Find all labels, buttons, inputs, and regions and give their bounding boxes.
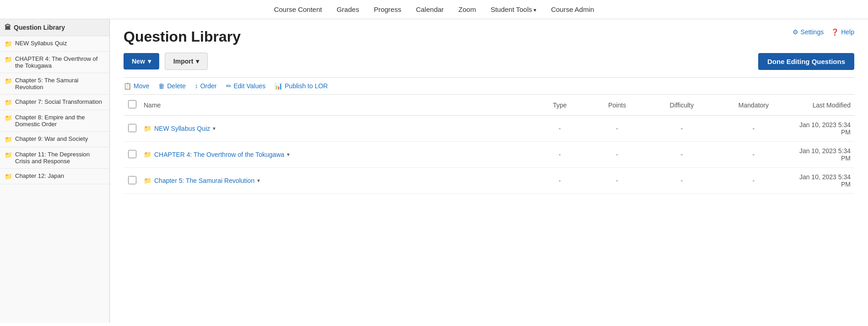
folder-icon-4: 📁 [5,114,12,122]
settings-link[interactable]: ⚙ Settings [793,28,824,36]
row-difficulty-1: - [646,142,717,168]
done-editing-label: Done Editing Questions [767,58,845,65]
row-checkbox-2[interactable] [128,176,136,184]
sidebar-item-chapter4[interactable]: 📁 CHAPTER 4: The Overthrow of the Tokuga… [0,52,109,73]
settings-label: Settings [801,28,824,36]
row-checkbox-0[interactable] [128,124,136,132]
row-difficulty-0: - [646,116,717,142]
sidebar-item-chapter11[interactable]: 📁 Chapter 11: The Depression Crisis and … [0,147,109,169]
row-last-modified-1: Jan 10, 2023 5:34 PM [790,142,854,168]
row-mandatory-0: - [717,116,789,142]
help-label: Help [841,28,854,36]
row-points-0: - [588,116,646,142]
sidebar-item-label-3: Chapter 7: Social Transformation [15,98,102,105]
order-label: Order [200,82,217,90]
row-last-modified-0: Jan 10, 2023 5:34 PM [790,116,854,142]
nav-course-admin[interactable]: Course Admin [551,5,594,13]
toolbar: New ▾ Import ▾ Done Editing Questions [124,53,854,70]
row-chevron-1[interactable]: ▾ [287,151,290,158]
new-dropdown-icon: ▾ [148,58,151,65]
row-name-2: Chapter 5: The Samurai Revolution [154,177,254,184]
nav-calendar[interactable]: Calendar [416,5,444,13]
question-table: Name Type Points Difficulty Mandatory La… [124,95,854,194]
col-header-name: Name [140,95,531,116]
table-header-row: Name Type Points Difficulty Mandatory La… [124,95,854,116]
import-dropdown-icon: ▾ [196,58,199,65]
gear-icon: ⚙ [793,28,798,36]
folder-icon-7: 📁 [5,173,12,180]
sidebar-item-label-2: Chapter 5: The Samurai Revolution [15,77,105,91]
col-header-difficulty: Difficulty [646,95,717,116]
nav-student-tools[interactable]: Student Tools [491,5,536,13]
row-mandatory-1: - [717,142,789,168]
order-link[interactable]: ↕ Order [195,82,217,90]
sidebar-item-chapter5[interactable]: 📁 Chapter 5: The Samurai Revolution [0,73,109,95]
table-row: 📁 CHAPTER 4: The Overthrow of the Tokuga… [124,142,854,168]
row-difficulty-2: - [646,168,717,194]
folder-icon-3: 📁 [5,99,12,106]
edit-values-label: Edit Values [234,82,266,90]
delete-label: Delete [167,82,185,90]
row-name-link-2[interactable]: 📁 Chapter 5: The Samurai Revolution ▾ [144,177,528,184]
sidebar-item-chapter9[interactable]: 📁 Chapter 9: War and Society [0,132,109,147]
table-row: 📁 NEW Syllabus Quiz ▾ - - - - Jan 10, 20… [124,116,854,142]
select-all-checkbox[interactable] [128,100,136,108]
nav-course-content[interactable]: Course Content [274,5,322,13]
sidebar: 🏛 Question Library 📁 NEW Syllabus Quiz 📁… [0,19,110,323]
done-editing-button[interactable]: Done Editing Questions [758,53,854,70]
sidebar-item-label-4: Chapter 8: Empire and the Domestic Order [15,114,105,128]
folder-icon-row-0: 📁 [144,125,151,132]
col-header-last-modified: Last Modified [790,95,854,116]
col-header-type: Type [531,95,588,116]
library-icon: 🏛 [5,24,11,31]
publish-to-lor-link[interactable]: 📊 Publish to LOR [275,82,328,90]
help-icon: ❓ [831,28,839,36]
edit-icon: ✏ [226,82,232,90]
sidebar-item-chapter8[interactable]: 📁 Chapter 8: Empire and the Domestic Ord… [0,110,109,132]
col-header-mandatory: Mandatory [717,95,789,116]
order-icon: ↕ [195,82,198,90]
folder-icon-0: 📁 [5,40,12,48]
new-button-label: New [132,58,145,65]
sidebar-item-label-0: NEW Syllabus Quiz [15,40,67,47]
row-chevron-0[interactable]: ▾ [213,125,216,132]
folder-icon-row-2: 📁 [144,177,151,184]
nav-grades[interactable]: Grades [337,5,359,13]
row-checkbox-1[interactable] [128,150,136,158]
delete-link[interactable]: 🗑 Delete [158,82,185,90]
header-actions: ⚙ Settings ❓ Help [793,28,854,36]
sidebar-item-new-syllabus-quiz[interactable]: 📁 NEW Syllabus Quiz [0,36,109,52]
folder-icon-6: 📁 [5,151,12,159]
row-points-2: - [588,168,646,194]
nav-progress[interactable]: Progress [374,5,401,13]
nav-zoom[interactable]: Zoom [458,5,476,13]
sidebar-item-chapter12[interactable]: 📁 Chapter 12: Japan [0,169,109,184]
folder-icon-2: 📁 [5,77,12,85]
row-chevron-2[interactable]: ▾ [257,177,260,184]
move-icon: 📋 [124,82,131,90]
delete-icon: 🗑 [158,82,165,90]
row-type-0: - [531,116,588,142]
edit-values-link[interactable]: ✏ Edit Values [226,82,266,90]
row-name-0: NEW Syllabus Quiz [154,125,210,132]
main-layout: 🏛 Question Library 📁 NEW Syllabus Quiz 📁… [0,19,868,323]
row-name-link-0[interactable]: 📁 NEW Syllabus Quiz ▾ [144,125,528,132]
sidebar-header-label: Question Library [14,24,65,31]
row-type-2: - [531,168,588,194]
publish-icon: 📊 [275,82,282,90]
top-navigation: Course Content Grades Progress Calendar … [0,0,868,19]
row-last-modified-2: Jan 10, 2023 5:34 PM [790,168,854,194]
row-name-link-1[interactable]: 📁 CHAPTER 4: The Overthrow of the Tokuga… [144,151,528,158]
row-name-1: CHAPTER 4: The Overthrow of the Tokugawa [154,151,284,158]
sidebar-item-label-5: Chapter 9: War and Society [15,135,88,142]
new-button[interactable]: New ▾ [124,53,159,69]
import-button[interactable]: Import ▾ [165,53,208,70]
sidebar-item-label-1: CHAPTER 4: The Overthrow of the Tokugawa [15,55,105,69]
folder-icon-5: 📁 [5,136,12,143]
move-link[interactable]: 📋 Move [124,82,149,90]
row-points-1: - [588,142,646,168]
help-link[interactable]: ❓ Help [831,28,854,36]
folder-icon-row-1: 📁 [144,151,151,158]
sidebar-header: 🏛 Question Library [0,19,109,36]
sidebar-item-chapter7[interactable]: 📁 Chapter 7: Social Transformation [0,95,109,110]
